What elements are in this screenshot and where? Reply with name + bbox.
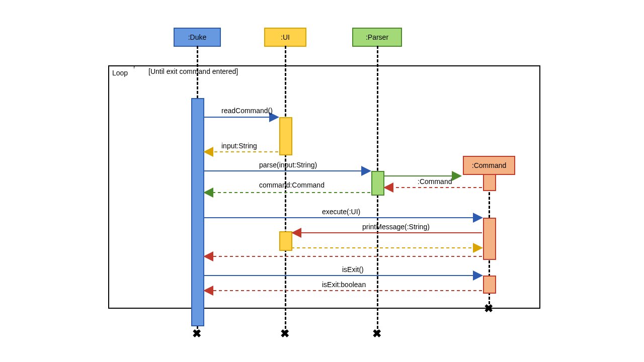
- msg-command-return: command:Command: [259, 181, 325, 189]
- msg-inputstring: input:String: [221, 142, 257, 150]
- msg-isexit-return: isExit:boolean: [322, 281, 366, 289]
- msg-isexit: isExit(): [342, 265, 364, 274]
- terminate-icon: ✖: [192, 329, 201, 338]
- msg-create: :Command: [418, 177, 452, 186]
- msg-readcommand: readCommand(): [221, 107, 273, 115]
- msg-execute: execute(:UI): [322, 208, 360, 216]
- msg-print: printMessage(:String): [362, 223, 430, 231]
- msg-parse: parse(input:String): [259, 161, 317, 169]
- terminate-icon: ✖: [484, 304, 493, 313]
- terminate-icon: ✖: [280, 329, 289, 338]
- sequence-diagram: :Duke :UI :Parser :Command Loop [Until e…: [0, 0, 644, 362]
- terminate-icon: ✖: [372, 329, 381, 338]
